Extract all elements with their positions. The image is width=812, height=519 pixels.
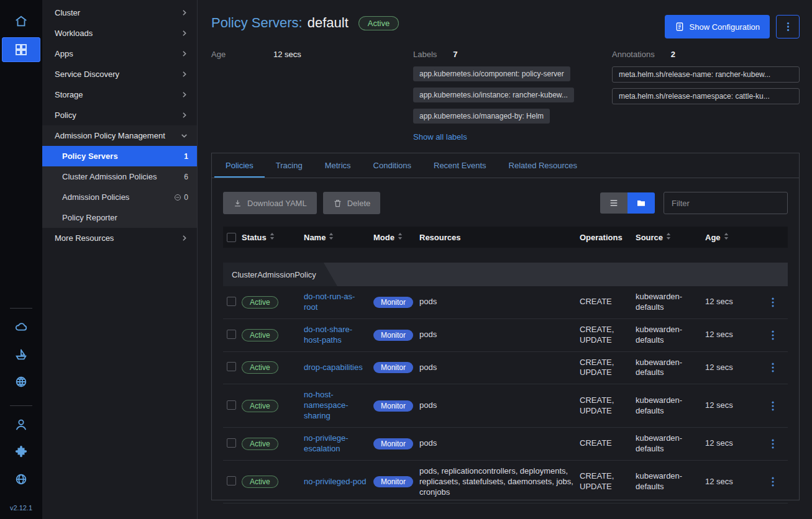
sidebar-item-label: Policy Reporter bbox=[62, 213, 117, 222]
sidebar-item-label: Policy Servers bbox=[62, 151, 118, 161]
tab-tracing[interactable]: Tracing bbox=[265, 153, 314, 178]
policy-name-link[interactable]: do-not-share-host-paths bbox=[304, 325, 352, 345]
sidebar-item-admission-policies[interactable]: Admission Policies 0 bbox=[42, 187, 197, 207]
sidebar-item-more-resources[interactable]: More Resources bbox=[42, 228, 197, 248]
column-header-source[interactable]: Source bbox=[636, 232, 705, 242]
column-header-name[interactable]: Name bbox=[304, 232, 373, 242]
cloud-icon[interactable] bbox=[9, 316, 34, 338]
sidebar-item-cluster[interactable]: Cluster bbox=[42, 2, 197, 23]
cluster-explorer-icon[interactable] bbox=[2, 37, 40, 62]
column-label: Mode bbox=[373, 233, 395, 242]
list-view-button[interactable] bbox=[600, 192, 627, 214]
mode-badge: Monitor bbox=[373, 297, 413, 308]
download-yaml-button[interactable]: Download YAML bbox=[223, 192, 317, 214]
grouped-view-button[interactable] bbox=[627, 192, 655, 214]
row-checkbox[interactable] bbox=[227, 297, 236, 306]
sidebar-item-label: Workloads bbox=[55, 29, 93, 38]
kebab-menu-icon bbox=[769, 401, 777, 411]
sidebar-item-service-discovery[interactable]: Service Discovery bbox=[42, 64, 197, 84]
chevron-right-icon bbox=[180, 70, 188, 78]
chevron-right-icon bbox=[180, 234, 188, 242]
status-badge: Active bbox=[242, 329, 278, 341]
policy-name-link[interactable]: do-not-run-as-root bbox=[304, 292, 355, 312]
sidebar-item-workloads[interactable]: Workloads bbox=[42, 23, 197, 43]
row-actions-button[interactable] bbox=[764, 439, 788, 449]
tab-recent-events[interactable]: Recent Events bbox=[422, 153, 498, 178]
tab-related-resources[interactable]: Related Resources bbox=[498, 153, 589, 178]
table-row: Active drop-capabilities Monitor pods CR… bbox=[223, 352, 788, 385]
rail-divider bbox=[10, 405, 32, 406]
column-header-resources: Resources bbox=[419, 233, 580, 242]
page-header: Policy Servers: default Active Show Conf… bbox=[211, 15, 800, 38]
extensions-puzzle-icon[interactable] bbox=[9, 441, 34, 463]
age-cell: 12 secs bbox=[705, 438, 764, 449]
row-checkbox[interactable] bbox=[227, 438, 236, 448]
count-badge: 6 bbox=[184, 173, 188, 181]
row-checkbox[interactable] bbox=[227, 476, 236, 485]
policy-name-link[interactable]: no-privileged-pod bbox=[304, 477, 366, 486]
column-header-age[interactable]: Age bbox=[705, 232, 764, 242]
mode-badge: Monitor bbox=[373, 400, 413, 412]
fleet-ship-icon[interactable] bbox=[9, 343, 34, 366]
user-icon[interactable] bbox=[9, 413, 34, 436]
kebab-menu-icon bbox=[787, 22, 790, 32]
circle-minus-icon bbox=[174, 194, 181, 201]
age-cell: 12 secs bbox=[705, 477, 764, 487]
column-header-mode[interactable]: Mode bbox=[373, 232, 419, 242]
policy-name-link[interactable]: drop-capabilities bbox=[304, 363, 363, 372]
row-checkbox[interactable] bbox=[227, 362, 236, 371]
operations-cell: CREATE, UPDATE bbox=[580, 395, 636, 417]
sidebar-item-cluster-admission-policies[interactable]: Cluster Admission Policies 6 bbox=[42, 166, 197, 187]
harvester-grid-globe-icon[interactable] bbox=[9, 371, 34, 393]
sidebar-item-policy-servers[interactable]: Policy Servers 1 bbox=[42, 146, 197, 166]
operations-cell: CREATE, UPDATE bbox=[580, 325, 636, 346]
globe-icon[interactable] bbox=[9, 468, 34, 490]
age-label: Age bbox=[211, 50, 273, 59]
row-checkbox[interactable] bbox=[227, 330, 236, 339]
resources-cell: pods bbox=[419, 363, 580, 373]
sidebar-item-policy[interactable]: Policy bbox=[42, 105, 197, 125]
page-title-type[interactable]: Policy Servers: bbox=[211, 15, 303, 31]
annotations-column: Annotations 2 meta.helm.sh/release-name:… bbox=[612, 50, 800, 110]
sidebar-item-admission-policy-management[interactable]: Admission Policy Management bbox=[42, 125, 197, 146]
sidebar-item-storage[interactable]: Storage bbox=[42, 84, 197, 105]
label-badge: app.kubernetes.io/managed-by: Helm bbox=[413, 109, 550, 124]
resources-cell: pods, replicationcontrollers, deployment… bbox=[419, 466, 580, 498]
row-actions-button[interactable] bbox=[764, 297, 788, 307]
source-cell: kubewarden-defaults bbox=[636, 433, 705, 454]
column-label: Age bbox=[705, 233, 721, 242]
show-all-labels-link[interactable]: Show all labels bbox=[413, 132, 467, 142]
header-actions: Show Configuration bbox=[665, 15, 800, 38]
status-badge: Active bbox=[242, 400, 278, 412]
chevron-right-icon bbox=[180, 50, 188, 58]
delete-button[interactable]: Delete bbox=[323, 192, 381, 214]
row-actions-button[interactable] bbox=[764, 363, 788, 372]
sidebar-item-policy-reporter[interactable]: Policy Reporter bbox=[42, 207, 197, 228]
table-row: Active no-privilege-escalation Monitor p… bbox=[223, 428, 788, 461]
show-configuration-button[interactable]: Show Configuration bbox=[665, 15, 770, 38]
select-all-checkbox[interactable] bbox=[227, 233, 236, 242]
home-icon[interactable] bbox=[9, 10, 34, 32]
column-label: Source bbox=[636, 233, 663, 242]
row-actions-button[interactable] bbox=[764, 477, 788, 487]
resources-cell: pods bbox=[419, 297, 580, 307]
sidebar-item-apps[interactable]: Apps bbox=[42, 43, 197, 64]
chevron-down-icon bbox=[180, 132, 188, 140]
column-header-status[interactable]: Status bbox=[242, 232, 304, 242]
tab-conditions[interactable]: Conditions bbox=[362, 153, 422, 178]
tab-policies[interactable]: Policies bbox=[214, 153, 265, 178]
policy-name-link[interactable]: no-host-namespace-sharing bbox=[304, 390, 349, 420]
row-actions-button[interactable] bbox=[764, 401, 788, 411]
tab-bar: Policies Tracing Metrics Conditions Rece… bbox=[212, 153, 799, 178]
filter-input[interactable] bbox=[664, 192, 788, 214]
resource-detail-strip: Age 12 secs Labels 7 app.kubernetes.io/c… bbox=[211, 50, 800, 142]
kebab-menu-icon bbox=[769, 297, 777, 307]
toolbar-right bbox=[600, 192, 788, 214]
row-checkbox[interactable] bbox=[227, 400, 236, 410]
row-actions-button[interactable] bbox=[764, 330, 788, 340]
header-actions-menu-button[interactable] bbox=[776, 15, 800, 38]
policy-name-link[interactable]: no-privilege-escalation bbox=[304, 433, 349, 453]
resources-cell: pods bbox=[419, 330, 580, 340]
tab-metrics[interactable]: Metrics bbox=[314, 153, 362, 178]
source-cell: kubewarden-defaults bbox=[636, 325, 705, 346]
